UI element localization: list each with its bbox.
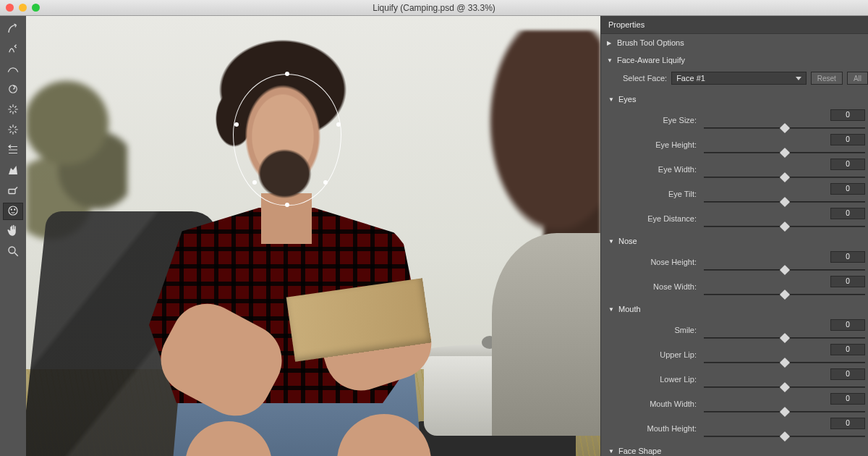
slider-value-input[interactable]: 0 — [830, 368, 865, 380]
collapse-icon: ▼ — [608, 238, 616, 245]
reconstruct-tool[interactable] — [3, 41, 23, 58]
slider-nose-width: Nose Width:0 — [617, 274, 865, 299]
slider-label: Lower Lip: — [617, 375, 698, 384]
slider-value-input[interactable]: 0 — [830, 134, 865, 145]
slider-value-input[interactable]: 0 — [830, 183, 865, 195]
section-label: Face-Aware Liquify — [617, 56, 685, 64]
group-label: Mouth — [618, 305, 641, 313]
window-titlebar: Liquify (Camping.psd @ 33.3%) — [0, 0, 868, 16]
slider-value-input[interactable]: 0 — [830, 251, 865, 263]
properties-panel: Properties ▶ Brush Tool Options ▼ Face-A… — [600, 16, 868, 456]
window-title: Liquify (Camping.psd @ 33.3%) — [373, 3, 495, 13]
slider-label: Eye Width: — [617, 165, 698, 174]
slider-value-input[interactable]: 0 — [830, 319, 865, 331]
tool-strip — [0, 16, 26, 456]
group-label: Nose — [618, 237, 637, 245]
svg-rect-0 — [9, 190, 15, 194]
push-left-tool[interactable] — [3, 142, 23, 159]
reconstruct-tool-icon — [7, 42, 20, 56]
slider-mouth-width: Mouth Width:0 — [617, 392, 865, 416]
forward-warp-tool-icon — [7, 22, 20, 36]
group-face-shape[interactable]: ▼Face Shape — [601, 442, 868, 456]
slider-value-input[interactable]: 0 — [830, 109, 865, 121]
slider-eye-size: Eye Size:0 — [617, 108, 865, 132]
slider-lower-lip: Lower Lip:0 — [617, 367, 865, 392]
hand-tool-icon — [7, 224, 20, 239]
section-face-aware-liquify[interactable]: ▼ Face-Aware Liquify — [601, 51, 868, 69]
slider-value-input[interactable]: 0 — [830, 418, 865, 429]
slider-smile: Smile:0 — [617, 318, 865, 342]
thaw-mask-tool[interactable] — [3, 182, 23, 200]
section-label: Brush Tool Options — [617, 38, 684, 47]
twirl-tool[interactable] — [3, 81, 23, 98]
reset-button[interactable]: Reset — [811, 72, 843, 85]
pucker-tool[interactable] — [3, 101, 23, 119]
slider-value-input[interactable]: 0 — [830, 208, 865, 219]
slider-label: Nose Height: — [617, 258, 698, 266]
section-brush-tool-options[interactable]: ▶ Brush Tool Options — [601, 34, 868, 51]
push-left-tool-icon — [7, 143, 20, 158]
group-eyes[interactable]: ▼Eyes — [601, 90, 868, 106]
traffic-lights — [6, 4, 40, 12]
pucker-tool-icon — [7, 103, 20, 117]
slider-value-input[interactable]: 0 — [830, 276, 865, 287]
collapse-icon: ▼ — [608, 306, 616, 313]
slider-label: Upper Lip: — [617, 350, 698, 359]
smooth-tool-icon — [7, 62, 20, 77]
svg-point-1 — [9, 206, 17, 215]
freeze-mask-tool-icon — [7, 164, 20, 178]
close-window-button[interactable] — [6, 4, 14, 12]
hand-tool[interactable] — [3, 223, 23, 240]
slider-eye-width: Eye Width:0 — [617, 157, 865, 182]
forward-warp-tool[interactable] — [3, 20, 23, 38]
document-image — [26, 16, 600, 456]
group-label: Eyes — [618, 95, 636, 104]
slider-value-input[interactable]: 0 — [830, 159, 865, 170]
face-tool[interactable] — [3, 203, 23, 220]
slider-eye-distance: Eye Distance:0 — [617, 206, 865, 231]
group-mouth[interactable]: ▼Mouth — [601, 300, 868, 316]
zoom-tool-icon — [7, 245, 20, 259]
select-face-dropdown[interactable]: Face #1 — [671, 72, 807, 85]
panel-title: Properties — [601, 16, 868, 34]
svg-point-3 — [14, 209, 15, 210]
slider-nose-height: Nose Height:0 — [617, 250, 865, 274]
collapse-icon: ▼ — [607, 57, 614, 64]
slider-label: Eye Size: — [617, 116, 698, 124]
slider-label: Nose Width: — [617, 282, 698, 291]
smooth-tool[interactable] — [3, 61, 23, 78]
slider-value-input[interactable]: 0 — [830, 344, 865, 355]
freeze-mask-tool[interactable] — [3, 162, 23, 180]
select-face-label: Select Face: — [623, 74, 667, 83]
slider-eye-height: Eye Height:0 — [617, 132, 865, 157]
zoom-tool[interactable] — [3, 243, 23, 261]
face-tool-icon — [7, 204, 20, 219]
slider-label: Mouth Width: — [617, 400, 698, 408]
canvas-area[interactable] — [26, 16, 600, 456]
group-nose[interactable]: ▼Nose — [601, 232, 868, 248]
group-label: Face Shape — [618, 447, 661, 455]
slider-label: Mouth Height: — [617, 424, 698, 433]
zoom-window-button[interactable] — [32, 4, 40, 12]
slider-mouth-height: Mouth Height:0 — [617, 416, 865, 441]
slider-label: Smile: — [617, 326, 698, 334]
svg-point-2 — [11, 209, 12, 210]
minimize-window-button[interactable] — [19, 4, 27, 12]
slider-eye-tilt: Eye Tilt:0 — [617, 182, 865, 206]
collapse-icon: ▼ — [608, 448, 616, 455]
collapse-icon: ▼ — [608, 96, 616, 103]
expand-icon: ▶ — [607, 40, 614, 46]
slider-upper-lip: Upper Lip:0 — [617, 342, 865, 367]
slider-label: Eye Tilt: — [617, 190, 698, 198]
all-button[interactable]: All — [847, 72, 868, 85]
bloat-tool-icon — [7, 123, 20, 138]
thaw-mask-tool-icon — [7, 184, 20, 198]
slider-value-input[interactable]: 0 — [830, 393, 865, 405]
svg-point-4 — [9, 247, 15, 253]
twirl-tool-icon — [7, 83, 20, 97]
slider-label: Eye Distance: — [617, 214, 698, 223]
slider-label: Eye Height: — [617, 140, 698, 149]
bloat-tool[interactable] — [3, 122, 23, 139]
